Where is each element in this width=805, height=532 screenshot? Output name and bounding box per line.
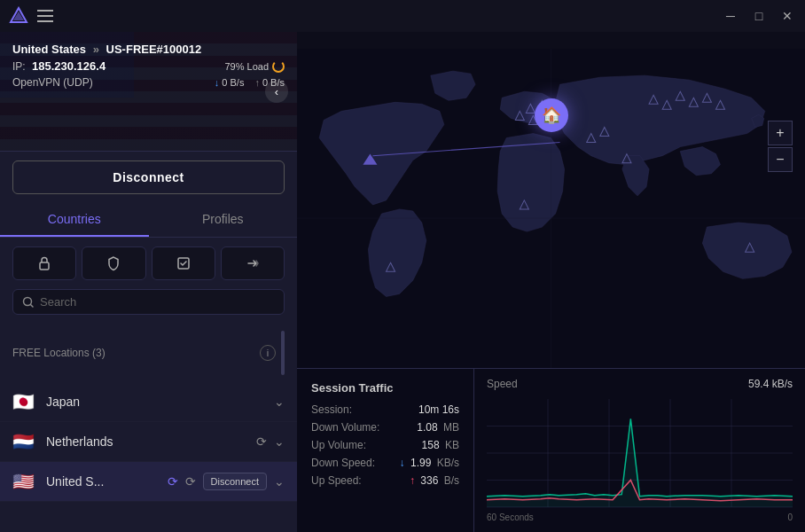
filter-shield-button[interactable]: [82, 246, 145, 280]
ip-row: IP: 185.230.126.4 79% Load: [12, 59, 285, 73]
up-speed: ↑ 0 B/s: [254, 77, 285, 88]
search-section: [0, 289, 297, 324]
home-marker: 🏠: [535, 98, 568, 132]
down-arrow-icon: ↓: [400, 457, 405, 469]
titlebar: ─ □ ✕: [0, 0, 805, 32]
server-name-japan: Japan: [46, 395, 265, 409]
chevron-icon[interactable]: ⌄: [274, 474, 285, 489]
titlebar-left: [9, 6, 57, 26]
connection-info: United States » US-FREE#100012 IP: 185.2…: [12, 43, 285, 89]
down-speed-row: Down Speed: ↓ 1.99 KB/s: [311, 457, 459, 469]
session-panel: Session Traffic Session: 10m 16s Down Vo…: [297, 368, 805, 532]
server-item[interactable]: 🇳🇱 Netherlands ⟳ ⌄: [0, 422, 297, 462]
right-panel: CONNECTED: [297, 32, 805, 532]
maximize-button[interactable]: □: [750, 7, 768, 25]
graph-time-right: 0: [787, 512, 793, 522]
server-item[interactable]: 🇯🇵 Japan ⌄: [0, 382, 297, 422]
zoom-in-button[interactable]: +: [768, 121, 793, 145]
flag-japan: 🇯🇵: [12, 391, 37, 412]
load-indicator: 79% Load: [224, 60, 285, 73]
filter-lock-button[interactable]: [12, 246, 76, 280]
graph-time-left: 60 Seconds: [487, 512, 534, 522]
graph-area: [487, 395, 793, 511]
protocol-row: OpenVPN (UDP) ↓ 0 B/s ↑ 0 B/s: [12, 76, 285, 89]
chevron-icon[interactable]: ⌄: [274, 434, 285, 449]
cycle-icon-2[interactable]: ⟳: [185, 474, 196, 489]
flag-netherlands: 🇳🇱: [12, 431, 37, 452]
speed-section: Speed 59.4 kB/s: [474, 369, 805, 532]
filter-row: [0, 238, 297, 289]
speed-header: Speed 59.4 kB/s: [487, 378, 793, 390]
search-input[interactable]: [40, 295, 275, 309]
load-circle-icon: [272, 60, 285, 73]
svg-rect-2: [40, 262, 49, 270]
close-button[interactable]: ✕: [778, 7, 796, 25]
traffic-section: Session Traffic Session: 10m 16s Down Vo…: [297, 369, 474, 532]
disconnect-section: Disconnect: [0, 152, 297, 203]
server-list: FREE Locations (3) i 🇯🇵 Japan ⌄ 🇳🇱 Nethe…: [0, 324, 297, 532]
traffic-title: Session Traffic: [311, 381, 459, 395]
search-input-wrap: [12, 289, 285, 315]
app-logo: [9, 6, 28, 26]
scrollbar: [281, 331, 285, 375]
server-disconnect-button[interactable]: Disconnect: [203, 473, 267, 490]
server-item-active[interactable]: 🇺🇸 United S... ⟳ ⟳ Disconnect ⌄: [0, 462, 297, 502]
down-speed: ↓ 0 B/s: [215, 77, 245, 88]
info-icon[interactable]: i: [260, 345, 276, 361]
server-name: United States » US-FREE#100012: [12, 43, 285, 56]
up-speed-row: Up Speed: ↑ 336 B/s: [311, 474, 459, 487]
graph-footer: 60 Seconds 0: [487, 512, 793, 522]
chevron-icon[interactable]: ⌄: [274, 395, 285, 409]
filter-edit-button[interactable]: [152, 246, 215, 280]
disconnect-button[interactable]: Disconnect: [12, 160, 285, 194]
menu-button[interactable]: [37, 6, 57, 26]
search-icon: [22, 296, 35, 309]
section-header: FREE Locations (3) i: [0, 324, 297, 382]
map-controls: + −: [768, 121, 793, 172]
up-arrow-icon: ↑: [410, 474, 415, 487]
session-row: Session: 10m 16s: [311, 403, 459, 416]
protocol-text: OpenVPN (UDP): [12, 76, 93, 89]
tab-profiles[interactable]: Profiles: [149, 203, 298, 237]
speed-graph: [487, 395, 793, 511]
speed-label: Speed: [487, 378, 518, 390]
left-panel: United States » US-FREE#100012 IP: 185.2…: [0, 32, 297, 532]
window-controls: ─ □ ✕: [722, 7, 796, 25]
speed-info: ↓ 0 B/s ↑ 0 B/s: [215, 77, 285, 88]
world-map: [297, 32, 805, 404]
refresh-icon[interactable]: ⟳: [168, 474, 178, 489]
main-layout: United States » US-FREE#100012 IP: 185.2…: [0, 32, 805, 532]
tabs-row: Countries Profiles: [0, 203, 297, 238]
home-circle: 🏠: [535, 98, 568, 132]
server-name-netherlands: Netherlands: [46, 434, 247, 449]
minimize-button[interactable]: ─: [722, 7, 739, 25]
zoom-out-button[interactable]: −: [768, 147, 793, 172]
cycle-icon[interactable]: ⟳: [256, 434, 267, 449]
connection-header: United States » US-FREE#100012 IP: 185.2…: [0, 32, 297, 152]
up-volume-row: Up Volume: 158 KB: [311, 439, 459, 451]
ip-label: IP: 185.230.126.4: [12, 59, 106, 73]
tab-countries[interactable]: Countries: [0, 203, 149, 237]
map-container: [297, 32, 805, 404]
down-volume-row: Down Volume: 1.08 MB: [311, 421, 459, 434]
filter-forward-button[interactable]: [221, 246, 285, 280]
flag-usa: 🇺🇸: [12, 471, 37, 492]
server-name-usa: United S...: [46, 474, 159, 489]
speed-value: 59.4 kB/s: [748, 378, 793, 390]
